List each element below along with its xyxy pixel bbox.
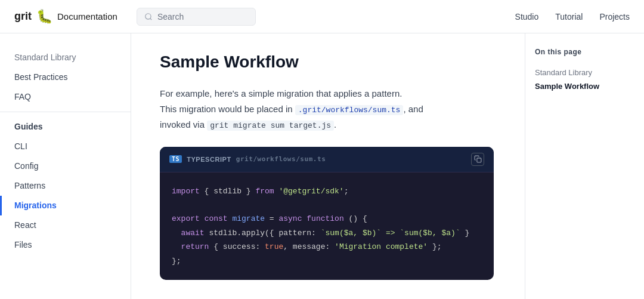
left-sidebar: Standard Library Best Practices FAQ Guid… xyxy=(0,33,131,299)
sidebar-item-guides: Guides xyxy=(0,117,131,137)
sidebar-item-standard-library[interactable]: Standard Library xyxy=(0,48,131,67)
logo-text: grit xyxy=(14,10,32,23)
logo-bug-icon: 🐛 xyxy=(36,9,52,24)
sidebar-item-faq[interactable]: FAQ xyxy=(0,87,131,107)
nav-link-tutorial[interactable]: Tutorial xyxy=(555,12,583,21)
intro-code-path: .grit/workflows/sum.ts xyxy=(295,105,404,115)
page-layout: Standard Library Best Practices FAQ Guid… xyxy=(0,33,644,299)
code-filepath: grit/workflows/sum.ts xyxy=(236,155,326,163)
intro-line3-suffix: . xyxy=(334,119,336,130)
toc-item-standard-library[interactable]: Standard Library xyxy=(535,66,634,79)
svg-point-0 xyxy=(145,13,151,19)
intro-line3-prefix: invoked via xyxy=(160,119,207,130)
sidebar-item-migrations[interactable]: Migrations xyxy=(0,196,131,215)
toc-title: On this page xyxy=(535,48,634,56)
intro-line1: For example, here's a simple migration t… xyxy=(160,88,402,98)
search-box[interactable]: Search xyxy=(137,8,256,26)
main-content: Sample Workflow For example, here's a si… xyxy=(131,33,525,299)
sidebar-item-patterns[interactable]: Patterns xyxy=(0,176,131,196)
search-icon xyxy=(144,13,153,21)
code-block-header: TS TYPESCRIPT grit/workflows/sum.ts xyxy=(160,147,494,172)
page-title: Sample Workflow xyxy=(160,53,496,72)
svg-rect-2 xyxy=(476,158,481,162)
doc-title: Documentation xyxy=(57,11,117,21)
copy-button[interactable] xyxy=(471,153,484,166)
logo-area[interactable]: grit 🐛 Documentation xyxy=(14,9,117,24)
sidebar-item-files[interactable]: Files xyxy=(0,235,131,255)
search-placeholder: Search xyxy=(157,12,184,21)
top-navigation: grit 🐛 Documentation Search Studio Tutor… xyxy=(0,0,644,33)
code-body: import { stdlib } from '@getgrit/sdk'; e… xyxy=(160,172,494,280)
code-line-5: return { success: true, message: 'Migrat… xyxy=(172,240,482,254)
nav-links: Studio Tutorial Projects xyxy=(515,12,630,21)
code-block: TS TYPESCRIPT grit/workflows/sum.ts impo… xyxy=(160,147,494,280)
toc-item-sample-workflow[interactable]: Sample Workflow xyxy=(535,79,634,93)
typescript-icon: TS xyxy=(169,155,182,163)
intro-code-cmd: grit migrate sum target.js xyxy=(207,121,334,131)
code-line-blank xyxy=(172,198,482,212)
sidebar-item-config[interactable]: Config xyxy=(0,156,131,176)
code-line-4: await stdlib.apply({ pattern: `sum($a, $… xyxy=(172,226,482,240)
sidebar-item-best-practices[interactable]: Best Practices xyxy=(0,67,131,87)
svg-line-1 xyxy=(150,18,152,20)
code-line-6: }; xyxy=(172,254,482,268)
sidebar-item-cli[interactable]: CLI xyxy=(0,137,131,156)
nav-link-studio[interactable]: Studio xyxy=(515,12,539,21)
sidebar-divider xyxy=(0,112,131,112)
code-line-3: export const migrate = async function ()… xyxy=(172,212,482,226)
code-lang-badge: TS TYPESCRIPT grit/workflows/sum.ts xyxy=(169,155,326,163)
sidebar-item-react[interactable]: React xyxy=(0,215,131,235)
nav-link-projects[interactable]: Projects xyxy=(599,12,630,21)
right-toc: On this page Standard Library Sample Wor… xyxy=(525,33,644,299)
intro-line2-prefix: This migration would be placed in xyxy=(160,104,295,114)
code-line-1: import { stdlib } from '@getgrit/sdk'; xyxy=(172,184,482,198)
code-lang-label: TYPESCRIPT xyxy=(187,156,231,163)
intro-paragraph: For example, here's a simple migration t… xyxy=(160,86,494,132)
intro-line2-suffix: , and xyxy=(403,104,423,114)
